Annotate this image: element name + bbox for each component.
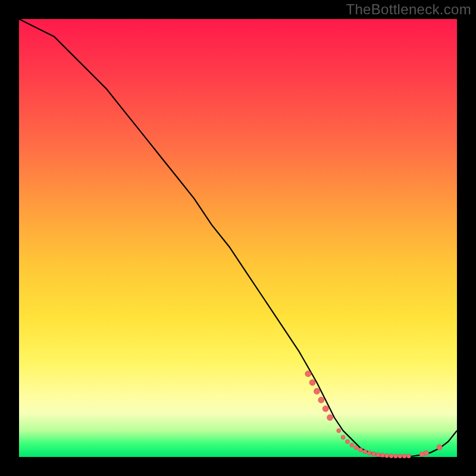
bottleneck-curve — [19, 19, 457, 456]
data-point — [341, 435, 345, 439]
data-point — [372, 452, 376, 456]
data-point — [363, 450, 367, 454]
data-point — [359, 448, 363, 452]
data-point — [376, 453, 380, 457]
data-point — [327, 415, 333, 421]
data-point — [354, 446, 358, 450]
data-point — [380, 453, 384, 458]
data-point — [367, 451, 371, 455]
data-point — [437, 444, 442, 450]
data-point — [407, 454, 411, 458]
data-point-markers — [305, 371, 442, 458]
data-point — [402, 454, 406, 458]
bottleneck-curve-layer — [19, 19, 457, 457]
data-point — [424, 450, 429, 455]
data-point — [389, 454, 393, 458]
data-point — [318, 397, 324, 403]
data-point — [350, 443, 354, 447]
watermark-text: TheBottleneck.com — [346, 1, 471, 18]
data-point — [394, 454, 398, 458]
data-point — [419, 452, 424, 457]
chart-frame: TheBottleneck.com — [0, 0, 476, 476]
data-point — [322, 406, 328, 412]
data-point — [314, 389, 320, 394]
data-point — [309, 380, 315, 386]
data-point — [385, 453, 389, 458]
data-point — [346, 440, 350, 444]
data-point — [337, 428, 341, 433]
data-point — [398, 454, 402, 458]
data-point — [305, 371, 311, 377]
